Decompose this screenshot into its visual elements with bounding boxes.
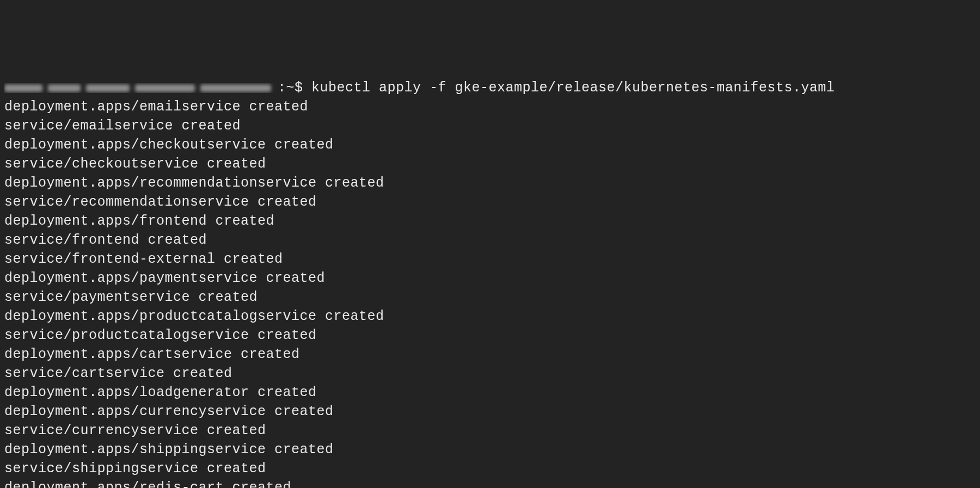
output-line: service/checkoutservice created [4, 155, 976, 174]
redacted-hostname [4, 81, 277, 94]
output-line: deployment.apps/paymentservice created [4, 269, 976, 288]
output-line: deployment.apps/currencyservice created [4, 402, 976, 421]
output-line: service/cartservice created [4, 364, 976, 383]
command-output: deployment.apps/emailservice createdserv… [4, 97, 976, 488]
output-line: service/emailservice created [4, 116, 976, 135]
terminal-window[interactable]: :~$ kubectl apply -f gke-example/release… [4, 78, 976, 488]
output-line: service/currencyservice created [4, 421, 976, 440]
output-line: deployment.apps/recommendationservice cr… [4, 174, 976, 193]
output-line: deployment.apps/frontend created [4, 212, 976, 231]
output-line: service/paymentservice created [4, 288, 976, 307]
output-line: service/recommendationservice created [4, 193, 976, 212]
svg-rect-4 [200, 84, 271, 92]
prompt-suffix: :~$ [278, 80, 311, 96]
output-line: service/productcatalogservice created [4, 326, 976, 345]
output-line: deployment.apps/productcatalogservice cr… [4, 307, 976, 326]
output-line: deployment.apps/loadgenerator created [4, 383, 976, 402]
svg-rect-3 [135, 84, 195, 92]
command-text: kubectl apply -f gke-example/release/kub… [311, 80, 835, 96]
svg-rect-1 [48, 84, 81, 92]
output-line: service/frontend-external created [4, 250, 976, 269]
svg-rect-0 [4, 84, 42, 92]
svg-rect-2 [86, 84, 130, 92]
output-line: service/frontend created [4, 231, 976, 250]
command-prompt-line: :~$ kubectl apply -f gke-example/release… [4, 78, 976, 97]
output-line: deployment.apps/emailservice created [4, 97, 976, 116]
output-line: deployment.apps/cartservice created [4, 345, 976, 364]
output-line: deployment.apps/shippingservice created [4, 440, 976, 459]
output-line: service/shippingservice created [4, 459, 976, 478]
output-line: deployment.apps/redis-cart created [4, 478, 976, 488]
output-line: deployment.apps/checkoutservice created [4, 135, 976, 155]
